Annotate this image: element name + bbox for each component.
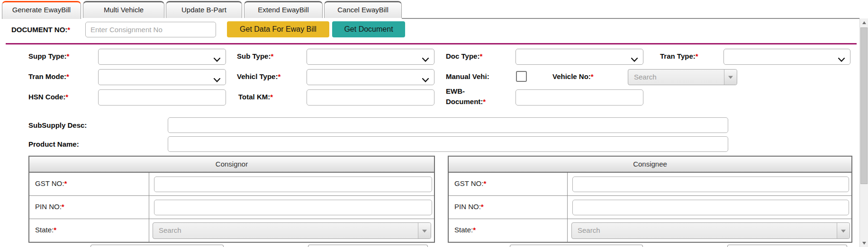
- consignor-pin-label: PIN NO:*: [29, 196, 149, 219]
- cutoff-box: [510, 245, 643, 247]
- triangle-down-icon: [422, 229, 427, 232]
- vertical-scrollbar[interactable]: [859, 18, 868, 247]
- manual-vehi-checkbox[interactable]: [516, 71, 527, 82]
- combo-dropdown-button[interactable]: [724, 70, 737, 85]
- tabstrip-border: [402, 18, 859, 19]
- total-km-label: Total KM:*: [238, 93, 273, 101]
- triangle-up-icon: [862, 21, 866, 24]
- sub-type-label: Sub Type:*: [237, 52, 273, 60]
- ewb-document-label: EWB-Document:*: [446, 86, 499, 107]
- chevron-down-icon: [214, 76, 220, 84]
- consignee-state-label: State:*: [449, 219, 568, 242]
- consignor-gst-label: GST NO:*: [29, 173, 149, 195]
- required-marker: *: [481, 203, 484, 211]
- consignee-panel: Consignee GST NO:* PIN NO:* State:* Sear…: [448, 156, 852, 243]
- document-no-input[interactable]: [85, 22, 216, 37]
- product-name-label: Product Name:: [28, 140, 79, 148]
- tab-extend-ewaybill[interactable]: Extend EwayBill: [244, 1, 323, 18]
- consignor-panel-header: Consignor: [29, 157, 434, 173]
- required-marker: *: [64, 179, 67, 187]
- chevron-down-icon: [838, 55, 845, 64]
- consignee-state-search-combobox[interactable]: Search: [571, 222, 850, 239]
- consignee-pin-input[interactable]: [572, 200, 849, 215]
- consignor-panel: Consignor GST NO:* PIN NO:* State:* Sear…: [28, 156, 435, 243]
- required-marker: *: [65, 93, 68, 101]
- cutoff-box: [90, 245, 224, 247]
- required-marker: *: [270, 93, 273, 101]
- ewb-document-input[interactable]: [515, 89, 643, 106]
- consignor-state-label: State:*: [29, 219, 149, 242]
- tran-mode-label: Tran Mode:*: [28, 72, 69, 80]
- consignee-pin-label: PIN NO:*: [449, 196, 568, 219]
- required-marker: *: [67, 52, 70, 60]
- supp-type-label: Supp Type:*: [28, 52, 69, 60]
- required-marker: *: [591, 72, 594, 80]
- required-marker: *: [271, 52, 273, 60]
- consignee-state-row: State:* Search: [449, 219, 851, 242]
- chevron-down-icon: [214, 55, 220, 64]
- triangle-down-icon: [728, 76, 733, 79]
- get-document-button[interactable]: Get Document: [332, 21, 405, 37]
- cutoff-box: [727, 245, 847, 247]
- tab-update-b-part[interactable]: Update B-Part: [166, 1, 242, 18]
- consignor-pin-row: PIN NO:*: [29, 196, 434, 219]
- vehicle-no-label: Vehicle No:*: [552, 72, 594, 80]
- hsn-code-label: HSN Code:*: [28, 93, 68, 101]
- supp-type-select[interactable]: [98, 49, 226, 65]
- tran-type-select[interactable]: [723, 49, 850, 65]
- consignee-gst-input[interactable]: [572, 176, 849, 192]
- total-km-input[interactable]: [307, 89, 434, 106]
- scroll-down-button[interactable]: [860, 239, 868, 247]
- tran-type-label: Tran Type:*: [660, 52, 698, 60]
- chevron-down-icon: [631, 55, 638, 64]
- required-marker: *: [67, 26, 70, 34]
- vehicle-no-search-combobox[interactable]: Search: [628, 69, 737, 85]
- tran-mode-select[interactable]: [98, 69, 226, 85]
- consignee-gst-label: GST NO:*: [449, 173, 568, 195]
- required-marker: *: [54, 226, 56, 234]
- required-marker: *: [278, 72, 280, 80]
- section-divider-rule: [6, 43, 857, 44]
- search-placeholder: Search: [159, 226, 181, 234]
- required-marker: *: [483, 179, 486, 187]
- consignee-panel-header: Consignee: [449, 157, 851, 173]
- required-marker: *: [66, 72, 69, 80]
- consignee-pin-row: PIN NO:*: [449, 196, 851, 219]
- required-marker: *: [473, 226, 476, 234]
- doc-type-select[interactable]: [515, 49, 643, 65]
- vehicl-type-label: Vehicl Type:*: [237, 72, 280, 80]
- scrollbar-thumb[interactable]: [860, 27, 868, 184]
- required-marker: *: [696, 52, 698, 60]
- product-name-input[interactable]: [168, 136, 728, 152]
- consignor-state-row: State:* Search: [29, 219, 434, 242]
- doc-type-label: Doc Type:*: [446, 52, 482, 60]
- eway-bill-page: Generate EwayBill Multi Vehicle Update B…: [0, 0, 868, 247]
- combo-dropdown-button[interactable]: [837, 223, 850, 238]
- required-marker: *: [483, 97, 486, 106]
- consignee-gst-row: GST NO:*: [449, 173, 851, 196]
- chevron-down-icon: [422, 76, 429, 84]
- tab-cancel-ewaybill[interactable]: Cancel EwayBill: [324, 1, 402, 18]
- scroll-up-button[interactable]: [860, 18, 868, 26]
- manual-vehi-label: Manual Vehi:: [446, 72, 489, 80]
- required-marker: *: [479, 52, 482, 60]
- search-placeholder: Search: [578, 226, 600, 234]
- get-data-for-eway-bill-button[interactable]: Get Data For Eway Bill: [227, 21, 329, 37]
- consignor-pin-input[interactable]: [154, 200, 432, 215]
- subsupply-desc-label: SubSupply Desc:: [28, 121, 87, 129]
- consignor-gst-row: GST NO:*: [29, 173, 434, 196]
- consignor-state-search-combobox[interactable]: Search: [153, 222, 431, 239]
- hsn-code-input[interactable]: [98, 89, 226, 106]
- required-marker: *: [62, 203, 64, 211]
- combo-dropdown-button[interactable]: [418, 223, 431, 238]
- search-placeholder: Search: [634, 73, 657, 81]
- triangle-down-icon: [862, 242, 866, 245]
- tab-generate-ewaybill[interactable]: Generate EwayBill: [2, 1, 81, 19]
- tab-multi-vehicle[interactable]: Multi Vehicle: [83, 1, 164, 18]
- sub-type-select[interactable]: [307, 49, 434, 65]
- vehicl-type-select[interactable]: [307, 69, 434, 85]
- document-no-label: DOCUMENT NO:*: [11, 26, 70, 34]
- subsupply-desc-input[interactable]: [168, 117, 728, 133]
- consignor-gst-input[interactable]: [154, 176, 432, 192]
- cutoff-box: [308, 245, 428, 247]
